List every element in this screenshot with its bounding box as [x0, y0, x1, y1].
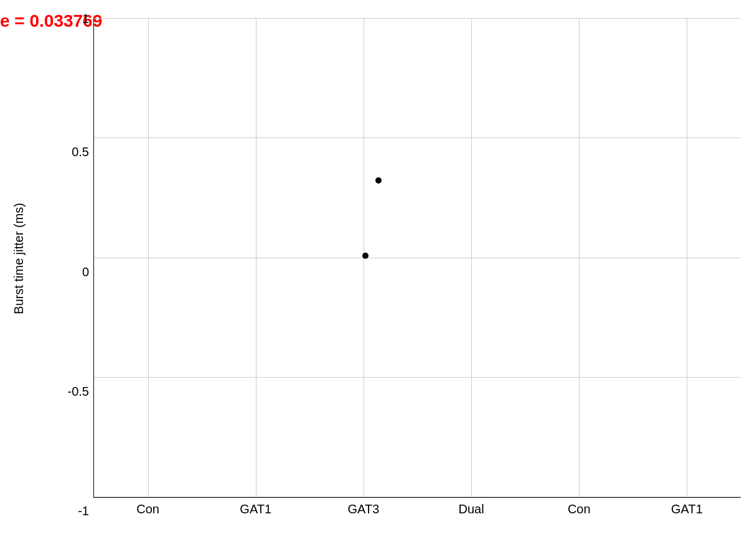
x-tick-gat1-2: GAT1: [671, 502, 703, 516]
y-axis-title-container: Burst time jitter (ms): [6, 19, 31, 498]
grid-line-v-4: Con: [579, 19, 580, 497]
grid-line-v-3: Dual: [471, 19, 472, 497]
y-tick-0.5: 0.5: [72, 145, 89, 159]
y-axis-title: Burst time jitter (ms): [12, 203, 26, 314]
x-tick-con2: Con: [568, 502, 591, 516]
grid-line-v-0: Con: [148, 19, 149, 497]
chart-plot-area: 0.5 0 -0.5 -1 1 Con GAT1 GAT3 Dual Con: [93, 19, 741, 498]
y-tick-0: 0: [82, 264, 89, 279]
x-tick-con1: Con: [136, 502, 159, 516]
data-point-2: [375, 177, 382, 184]
grid-line-0.5: 0.5: [94, 138, 741, 138]
grid-line-top: [94, 18, 741, 19]
y-tick-neg0.5: -0.5: [68, 384, 89, 398]
grid-line-neg0.5: -0.5: [94, 377, 741, 378]
x-tick-gat1-1: GAT1: [240, 502, 271, 516]
x-tick-gat3: GAT3: [348, 502, 380, 516]
grid-line-neg1: -1: [94, 497, 741, 497]
x-tick-dual: Dual: [458, 502, 484, 516]
grid-line-v-1: GAT1: [256, 19, 256, 497]
grid-line-0: 0: [94, 258, 741, 258]
data-point-1: [362, 253, 369, 259]
grid-line-v-5: GAT1: [687, 19, 687, 497]
y-tick-neg1: -1: [78, 504, 89, 518]
y-tick-1: 1: [82, 12, 89, 26]
chart-container: e = 0.033769 Burst time jitter (ms) 0.5 …: [0, 0, 747, 560]
